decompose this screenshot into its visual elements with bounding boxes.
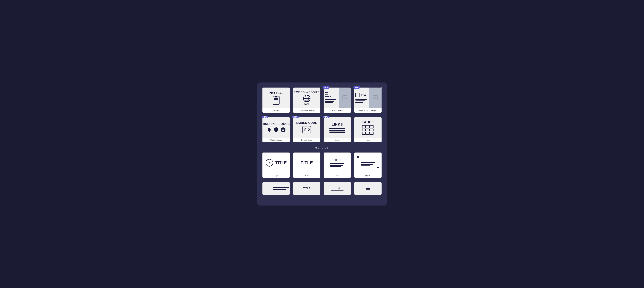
card-thumb-title: TITLE (293, 153, 320, 173)
card-title[interactable]: TITLE Title (293, 153, 320, 178)
card-thumb-partial-1 (262, 182, 290, 195)
card-thumb-partial-3: TITLE (324, 182, 351, 195)
title-only-preview: TITLE (293, 153, 320, 173)
logo-placeholder-action: L (325, 92, 328, 95)
partial-4-icon: ☰ (366, 186, 370, 191)
card-thumb-partial-2: TITLE (293, 182, 320, 195)
table-heading: TABLE (362, 120, 374, 124)
card-partial-1[interactable] (262, 182, 290, 195)
card-label-text: Text (324, 173, 351, 178)
p1-line1 (273, 187, 290, 188)
tc7 (362, 132, 366, 135)
card-thumb-text: TITLE (324, 153, 351, 173)
card-logo[interactable]: LOGO TITLE Logo (262, 153, 290, 178)
quote-line1 (361, 162, 375, 163)
card-thumb-embed-website: EMBED WEBSITE WWW (293, 88, 320, 108)
card-notes[interactable]: NOTES Notes (262, 88, 290, 113)
partial-right (273, 187, 290, 190)
card-label-table: Table (354, 138, 382, 142)
card-label-title: Title (293, 173, 320, 178)
card-thumb-links: LINKS (324, 117, 351, 138)
line3 (325, 102, 333, 103)
card-label-embed-website: Embed Website Url (293, 108, 320, 113)
card-partial-3[interactable]: TITLE (324, 182, 351, 195)
table-preview-grid (362, 125, 374, 135)
layout-grid-row2: NEW MULTIPLE LOGOS (262, 117, 382, 142)
card-thumb-embed-code: EMBED CODE (293, 117, 320, 138)
card-partial-2[interactable]: TITLE (293, 182, 320, 195)
lti-title: TITLE (361, 94, 366, 96)
tc4 (362, 129, 366, 131)
card-embed-website[interactable]: EMBED WEBSITE WWW Embed Websi (293, 88, 320, 113)
card-label-multiple-logos: Multiple Logos (262, 138, 290, 142)
quote-line3 (361, 165, 370, 166)
card-logo-text-image[interactable]: NEW LOGO TITLE (354, 88, 382, 113)
code-brackets-icon (302, 126, 312, 134)
card-quote[interactable]: " " Quote (354, 153, 382, 178)
logos-row (266, 127, 286, 133)
text-title-preview: TITLE (333, 158, 342, 162)
card-multiple-logos[interactable]: NEW MULTIPLE LOGOS (262, 117, 290, 142)
quote-mark-close: " (377, 167, 379, 169)
svg-rect-3 (274, 101, 277, 101)
lti-image-icon (373, 95, 378, 100)
card-partial-4[interactable]: ☰ (354, 182, 382, 195)
logo-circle-preview: LOGO (266, 159, 273, 167)
partial-left (263, 182, 271, 195)
embed-website-heading: EMBED WEBSITE (294, 91, 320, 94)
tc5 (366, 129, 370, 131)
tc2 (366, 125, 370, 128)
partial-2-text: TITLE (303, 187, 310, 190)
card-table[interactable]: TABLE Table (354, 117, 382, 142)
more-layouts-grid-2: TITLE TITLE ☰ (262, 182, 382, 195)
multiple-logos-heading: MULTIPLE LOGOS (262, 122, 290, 126)
new-badge-action-button: NEW (323, 86, 329, 89)
svg-rect-4 (275, 96, 278, 98)
lti-line2 (356, 101, 365, 101)
link-line1 (330, 128, 345, 129)
card-thumb-table: TABLE (354, 117, 382, 138)
notes-heading: NOTES (270, 91, 283, 95)
action-title-text: TITLE (325, 95, 338, 98)
card-label-links: Links (324, 138, 351, 142)
tc1 (362, 125, 366, 128)
logo-title-text: TITLE (275, 160, 287, 165)
line1 (325, 99, 336, 100)
new-badge-links: NEW (323, 116, 329, 118)
card-embed-code[interactable]: NEW EMBED CODE Embed Code (293, 117, 320, 142)
line2 (325, 101, 334, 102)
text-line1 (330, 163, 344, 164)
svg-rect-14 (373, 96, 378, 100)
svg-rect-11 (306, 101, 307, 102)
notes-icon (272, 96, 280, 105)
card-text[interactable]: TITLE Text (324, 153, 351, 178)
card-action-button[interactable]: NEW L TITLE (324, 88, 351, 113)
card-label-action-button: Action Button (324, 108, 351, 113)
links-lines (330, 128, 345, 133)
quote-line2 (361, 164, 373, 165)
card-thumb-action-button: L TITLE (324, 88, 351, 108)
card-thumb-multiple-logos: MULTIPLE LOGOS (262, 117, 290, 138)
svg-point-13 (344, 97, 344, 98)
modal-overlay: × NOTES Notes (0, 0, 644, 288)
www-label: WWW (304, 103, 309, 105)
svg-rect-12 (343, 96, 347, 100)
partial-3-text: TITLE (334, 186, 340, 189)
svg-point-15 (374, 97, 375, 98)
lti-line1 (356, 99, 367, 100)
card-label-logo: Logo (262, 173, 290, 178)
more-layouts-section: More Layouts LOGO TITLE Logo TITLE (262, 147, 382, 195)
lti-line3 (356, 102, 363, 103)
card-thumb-quote: " " (354, 153, 382, 173)
new-badge-logo-text-image: NEW (354, 86, 360, 89)
quote-lines-preview (361, 162, 375, 166)
text-line2 (330, 165, 343, 166)
embed-code-heading: EMBED CODE (296, 121, 317, 125)
logo-icon-3 (280, 127, 286, 132)
card-links[interactable]: NEW LINKS Links (324, 117, 351, 142)
more-layouts-grid: LOGO TITLE Logo TITLE Title (262, 153, 382, 178)
layout-picker-modal: × NOTES Notes (258, 83, 386, 205)
card-thumb-logo: LOGO TITLE (262, 153, 290, 173)
card-thumb-logo-text-image: LOGO TITLE (354, 88, 382, 108)
svg-rect-1 (274, 98, 278, 99)
